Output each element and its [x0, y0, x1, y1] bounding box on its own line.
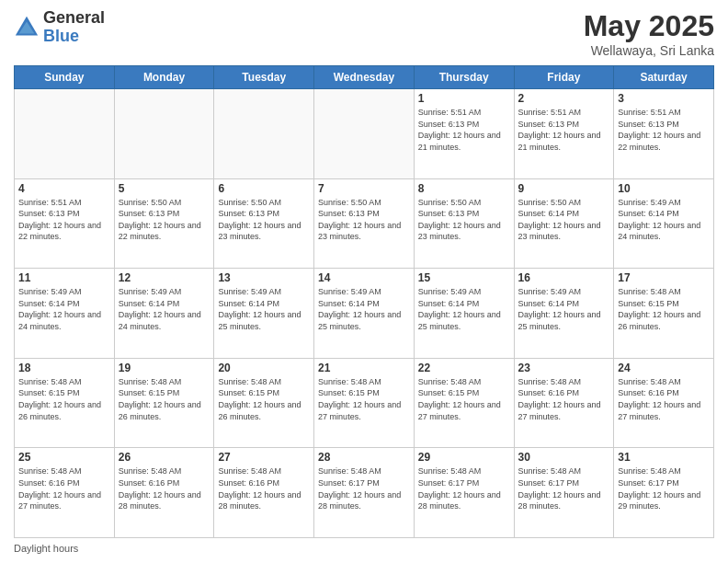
day-number: 18 — [18, 362, 110, 374]
calendar-cell: 3Sunrise: 5:51 AM Sunset: 6:13 PM Daylig… — [614, 89, 714, 179]
logo-icon — [14, 15, 40, 40]
day-number: 11 — [18, 271, 110, 284]
calendar-cell — [314, 89, 415, 179]
day-number: 6 — [218, 182, 310, 195]
calendar-cell: 7Sunrise: 5:50 AM Sunset: 6:13 PM Daylig… — [314, 178, 415, 269]
footer: Daylight hours — [14, 543, 714, 554]
day-info: Sunrise: 5:48 AM Sunset: 6:15 PM Dayligh… — [418, 376, 510, 422]
day-info: Sunrise: 5:48 AM Sunset: 6:15 PM Dayligh… — [18, 376, 110, 422]
calendar-week-row: 18Sunrise: 5:48 AM Sunset: 6:15 PM Dayli… — [15, 358, 714, 448]
calendar-cell — [15, 89, 115, 179]
logo: General Blue — [14, 9, 105, 46]
day-info: Sunrise: 5:48 AM Sunset: 6:17 PM Dayligh… — [618, 465, 710, 511]
calendar-cell: 23Sunrise: 5:48 AM Sunset: 6:16 PM Dayli… — [514, 358, 614, 448]
day-number: 31 — [618, 451, 710, 464]
day-info: Sunrise: 5:48 AM Sunset: 6:16 PM Dayligh… — [618, 376, 710, 422]
calendar-cell: 1Sunrise: 5:51 AM Sunset: 6:13 PM Daylig… — [414, 89, 514, 179]
calendar-cell — [214, 89, 314, 179]
day-info: Sunrise: 5:48 AM Sunset: 6:16 PM Dayligh… — [119, 465, 210, 511]
calendar-cell: 21Sunrise: 5:48 AM Sunset: 6:15 PM Dayli… — [314, 358, 415, 448]
day-number: 14 — [318, 271, 410, 284]
day-number: 7 — [318, 182, 410, 195]
day-header-thursday: Thursday — [414, 66, 514, 89]
logo-general: General — [43, 9, 105, 28]
day-info: Sunrise: 5:48 AM Sunset: 6:15 PM Dayligh… — [318, 376, 410, 422]
day-info: Sunrise: 5:49 AM Sunset: 6:14 PM Dayligh… — [418, 286, 510, 332]
logo-text: General Blue — [43, 9, 105, 46]
day-info: Sunrise: 5:48 AM Sunset: 6:15 PM Dayligh… — [218, 376, 310, 422]
calendar-cell: 10Sunrise: 5:49 AM Sunset: 6:14 PM Dayli… — [614, 178, 714, 269]
day-number: 27 — [218, 451, 310, 464]
day-number: 19 — [119, 362, 210, 374]
calendar-cell: 4Sunrise: 5:51 AM Sunset: 6:13 PM Daylig… — [15, 178, 115, 269]
calendar-cell: 24Sunrise: 5:48 AM Sunset: 6:16 PM Dayli… — [614, 358, 714, 448]
day-info: Sunrise: 5:50 AM Sunset: 6:13 PM Dayligh… — [418, 197, 510, 243]
day-number: 25 — [18, 451, 110, 464]
day-info: Sunrise: 5:50 AM Sunset: 6:13 PM Dayligh… — [119, 197, 210, 243]
main-title: May 2025 — [584, 9, 714, 43]
calendar-cell: 8Sunrise: 5:50 AM Sunset: 6:13 PM Daylig… — [414, 178, 514, 269]
daylight-label: Daylight hours — [14, 543, 78, 554]
day-number: 20 — [218, 362, 310, 374]
day-info: Sunrise: 5:48 AM Sunset: 6:16 PM Dayligh… — [218, 465, 310, 511]
logo-blue: Blue — [43, 28, 105, 46]
calendar-cell: 20Sunrise: 5:48 AM Sunset: 6:15 PM Dayli… — [214, 358, 314, 448]
day-number: 22 — [418, 362, 510, 374]
calendar-cell: 30Sunrise: 5:48 AM Sunset: 6:17 PM Dayli… — [514, 448, 614, 538]
day-header-friday: Friday — [514, 66, 614, 89]
calendar-cell: 17Sunrise: 5:48 AM Sunset: 6:15 PM Dayli… — [614, 269, 714, 359]
day-info: Sunrise: 5:50 AM Sunset: 6:14 PM Dayligh… — [518, 197, 610, 243]
day-info: Sunrise: 5:48 AM Sunset: 6:15 PM Dayligh… — [119, 376, 210, 422]
day-info: Sunrise: 5:48 AM Sunset: 6:17 PM Dayligh… — [318, 465, 410, 511]
day-number: 23 — [518, 362, 610, 374]
calendar-cell: 22Sunrise: 5:48 AM Sunset: 6:15 PM Dayli… — [414, 358, 514, 448]
day-number: 4 — [18, 182, 110, 195]
day-info: Sunrise: 5:51 AM Sunset: 6:13 PM Dayligh… — [418, 107, 510, 153]
day-number: 8 — [418, 182, 510, 195]
calendar-week-row: 25Sunrise: 5:48 AM Sunset: 6:16 PM Dayli… — [15, 448, 714, 538]
title-block: May 2025 Wellawaya, Sri Lanka — [584, 9, 714, 58]
day-number: 16 — [518, 271, 610, 284]
day-info: Sunrise: 5:51 AM Sunset: 6:13 PM Dayligh… — [518, 107, 610, 153]
calendar-cell: 11Sunrise: 5:49 AM Sunset: 6:14 PM Dayli… — [15, 269, 115, 359]
day-info: Sunrise: 5:50 AM Sunset: 6:13 PM Dayligh… — [218, 197, 310, 243]
day-header-tuesday: Tuesday — [214, 66, 314, 89]
day-header-monday: Monday — [114, 66, 214, 89]
day-info: Sunrise: 5:49 AM Sunset: 6:14 PM Dayligh… — [218, 286, 310, 332]
calendar-cell: 25Sunrise: 5:48 AM Sunset: 6:16 PM Dayli… — [15, 448, 115, 538]
day-number: 17 — [618, 271, 710, 284]
day-info: Sunrise: 5:49 AM Sunset: 6:14 PM Dayligh… — [518, 286, 610, 332]
day-number: 12 — [119, 271, 210, 284]
subtitle: Wellawaya, Sri Lanka — [584, 43, 714, 58]
day-info: Sunrise: 5:48 AM Sunset: 6:16 PM Dayligh… — [18, 465, 110, 511]
day-info: Sunrise: 5:49 AM Sunset: 6:14 PM Dayligh… — [318, 286, 410, 332]
calendar-cell: 12Sunrise: 5:49 AM Sunset: 6:14 PM Dayli… — [114, 269, 214, 359]
day-info: Sunrise: 5:50 AM Sunset: 6:13 PM Dayligh… — [318, 197, 410, 243]
day-info: Sunrise: 5:51 AM Sunset: 6:13 PM Dayligh… — [18, 197, 110, 243]
day-number: 10 — [618, 182, 710, 195]
calendar-cell: 16Sunrise: 5:49 AM Sunset: 6:14 PM Dayli… — [514, 269, 614, 359]
calendar-cell: 6Sunrise: 5:50 AM Sunset: 6:13 PM Daylig… — [214, 178, 314, 269]
calendar-cell: 13Sunrise: 5:49 AM Sunset: 6:14 PM Dayli… — [214, 269, 314, 359]
day-info: Sunrise: 5:49 AM Sunset: 6:14 PM Dayligh… — [119, 286, 210, 332]
day-info: Sunrise: 5:48 AM Sunset: 6:16 PM Dayligh… — [518, 376, 610, 422]
calendar-week-row: 1Sunrise: 5:51 AM Sunset: 6:13 PM Daylig… — [15, 89, 714, 179]
calendar-cell: 18Sunrise: 5:48 AM Sunset: 6:15 PM Dayli… — [15, 358, 115, 448]
day-header-saturday: Saturday — [614, 66, 714, 89]
day-number: 5 — [119, 182, 210, 195]
day-number: 1 — [418, 92, 510, 105]
calendar-cell: 15Sunrise: 5:49 AM Sunset: 6:14 PM Dayli… — [414, 269, 514, 359]
header: General Blue May 2025 Wellawaya, Sri Lan… — [14, 9, 714, 58]
day-info: Sunrise: 5:49 AM Sunset: 6:14 PM Dayligh… — [18, 286, 110, 332]
day-info: Sunrise: 5:48 AM Sunset: 6:17 PM Dayligh… — [518, 465, 610, 511]
day-info: Sunrise: 5:49 AM Sunset: 6:14 PM Dayligh… — [618, 197, 710, 243]
calendar-cell: 26Sunrise: 5:48 AM Sunset: 6:16 PM Dayli… — [114, 448, 214, 538]
calendar-cell: 14Sunrise: 5:49 AM Sunset: 6:14 PM Dayli… — [314, 269, 415, 359]
calendar-cell — [114, 89, 214, 179]
day-number: 24 — [618, 362, 710, 374]
calendar-header-row: SundayMondayTuesdayWednesdayThursdayFrid… — [15, 66, 714, 89]
calendar-cell: 19Sunrise: 5:48 AM Sunset: 6:15 PM Dayli… — [114, 358, 214, 448]
day-info: Sunrise: 5:48 AM Sunset: 6:15 PM Dayligh… — [618, 286, 710, 332]
calendar-cell: 9Sunrise: 5:50 AM Sunset: 6:14 PM Daylig… — [514, 178, 614, 269]
day-number: 30 — [518, 451, 610, 464]
